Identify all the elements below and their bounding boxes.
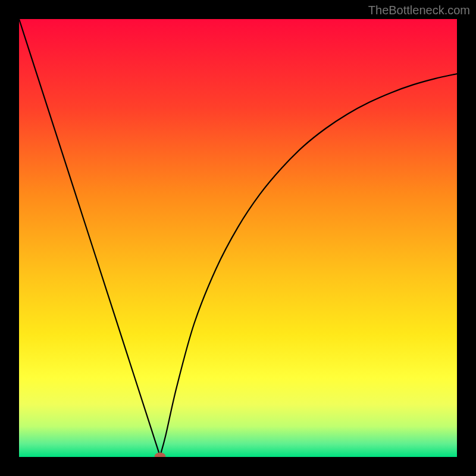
- figure-outer: TheBottleneck.com: [0, 0, 476, 476]
- gradient-background: [19, 19, 457, 457]
- watermark-text: TheBottleneck.com: [368, 4, 470, 17]
- minimum-marker: [155, 453, 165, 457]
- chart-canvas: [19, 19, 457, 457]
- plot-area: [19, 19, 457, 457]
